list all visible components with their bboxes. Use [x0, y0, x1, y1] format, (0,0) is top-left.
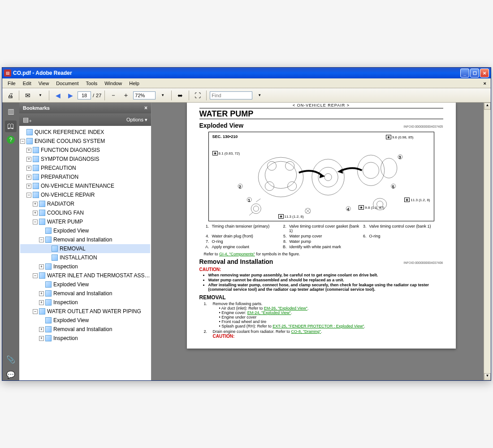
- options-dropdown[interactable]: Options ▾: [126, 117, 147, 123]
- minimize-button[interactable]: _: [460, 69, 469, 78]
- menu-window[interactable]: Window: [101, 80, 125, 87]
- maximize-button[interactable]: ☐: [470, 69, 479, 78]
- bookmark-item[interactable]: +Removal and Installation: [20, 289, 150, 298]
- expand-icon[interactable]: +: [39, 300, 44, 305]
- bookmark-item[interactable]: −ON-VEHICLE REPAIR: [20, 190, 150, 199]
- bookmark-item[interactable]: −Removal and Installation: [20, 235, 150, 244]
- zoom-in-button[interactable]: ＋: [121, 90, 131, 101]
- bookmark-item[interactable]: +RADIATOR: [20, 199, 150, 208]
- next-page-button[interactable]: ▶: [65, 90, 76, 101]
- dropdown-icon[interactable]: ▼: [254, 90, 265, 101]
- close-panel-button[interactable]: ×: [144, 105, 147, 111]
- step-number: 2.: [204, 329, 213, 339]
- expand-icon[interactable]: +: [33, 202, 38, 207]
- bookmark-item[interactable]: +PRECAUTION: [20, 164, 150, 172]
- menu-help[interactable]: Help: [125, 80, 143, 87]
- expand-icon[interactable]: +: [26, 148, 31, 153]
- page-number-input[interactable]: [78, 91, 91, 99]
- bookmark-item[interactable]: +SYMPTOM DIAGNOSIS: [20, 155, 150, 164]
- expand-icon[interactable]: +: [39, 336, 44, 341]
- fit-page-button[interactable]: ⛶: [192, 90, 203, 101]
- bookmark-item[interactable]: +ON-VEHICLE MAINTENANCE: [20, 181, 150, 190]
- print-button[interactable]: 🖨: [5, 90, 16, 101]
- reference-link[interactable]: GI-4, "Components": [219, 252, 255, 256]
- prev-page-button[interactable]: ◀: [52, 90, 63, 101]
- expand-icon[interactable]: −: [20, 139, 25, 144]
- bookmark-label: COOLING FAN: [47, 209, 84, 217]
- expand-icon[interactable]: +: [26, 166, 31, 171]
- bookmark-item[interactable]: +Inspection: [20, 262, 150, 271]
- titlebar[interactable]: ▤ CO.pdf - Adobe Reader _ ☐ ✕: [2, 68, 491, 78]
- sub-step: Splash guard (RH): Refer to EXT-25, "FEN…: [219, 324, 443, 328]
- find-input[interactable]: [210, 91, 252, 99]
- page-total: 27: [96, 93, 101, 98]
- expand-icon[interactable]: +: [39, 327, 44, 332]
- expand-icon[interactable]: −: [39, 237, 44, 242]
- expand-icon[interactable]: −: [33, 220, 38, 224]
- close-button[interactable]: ✕: [480, 69, 489, 78]
- svg-text:2: 2: [239, 185, 241, 189]
- infoid: INFOID:0000000004037406: [404, 261, 443, 264]
- bookmark-item[interactable]: +FUNCTION DIAGNOSIS: [20, 146, 150, 155]
- bookmark-item[interactable]: −WATER INLET AND THERMOSTAT ASSEMBLY: [20, 271, 150, 280]
- email-button[interactable]: ✉: [22, 90, 33, 101]
- menu-file[interactable]: File: [4, 80, 19, 87]
- scroll-up-button[interactable]: ▲: [484, 103, 491, 110]
- bookmark-icon: [39, 210, 45, 216]
- reference-link[interactable]: CO-8, "Draining": [291, 329, 321, 334]
- zoom-input[interactable]: [133, 91, 156, 99]
- dropdown-icon[interactable]: ▼: [35, 90, 46, 101]
- expand-icon[interactable]: +: [33, 211, 38, 215]
- help-icon[interactable]: ?: [7, 136, 15, 144]
- part-entry: 2.Valve timing control cover gasket (ban…: [281, 224, 361, 233]
- expand-icon[interactable]: −: [33, 309, 38, 314]
- expand-icon[interactable]: +: [26, 157, 31, 162]
- bookmark-item[interactable]: +COOLING FAN: [20, 208, 150, 217]
- bookmark-item[interactable]: +Removal and Installation: [20, 325, 150, 334]
- expand-icon[interactable]: +: [26, 184, 31, 189]
- zoom-out-button[interactable]: －: [108, 90, 119, 101]
- bookmark-item[interactable]: +Inspection: [20, 298, 150, 307]
- bookmark-icon: [45, 228, 52, 234]
- bookmark-item[interactable]: Exploded View: [20, 280, 150, 289]
- separator: [171, 90, 172, 100]
- scrollbar[interactable]: ▲ ▼: [484, 103, 491, 380]
- bookmark-item[interactable]: +Inspection: [20, 334, 150, 343]
- bookmark-item[interactable]: −ENGINE COOLING SYSTEM: [20, 137, 150, 146]
- fit-width-button[interactable]: ⬌: [175, 90, 186, 101]
- menu-edit[interactable]: Edit: [19, 80, 35, 87]
- expand-icon[interactable]: +: [26, 175, 31, 180]
- document-viewer[interactable]: < ON-VEHICLE REPAIR > WATER PUMP Explode…: [151, 103, 491, 380]
- separator: [206, 90, 207, 100]
- toolbar: 🖨 ✉ ▼ ◀ ▶ / 27 － ＋ ▼ ⬌ ⛶ ▼: [2, 88, 491, 103]
- reference-link[interactable]: EXT-25, "FENDER PROTECTOR : Exploded Vie…: [272, 324, 364, 328]
- expand-icon[interactable]: −: [26, 193, 31, 198]
- bookmark-item[interactable]: Exploded View: [20, 226, 150, 235]
- bookmark-item[interactable]: −WATER PUMP: [20, 217, 150, 226]
- reference-link[interactable]: EM-24, "Exploded View": [247, 310, 291, 315]
- expand-icon[interactable]: +: [39, 291, 44, 296]
- bookmark-label: Exploded View: [53, 227, 89, 235]
- bookmarks-icon[interactable]: 🕮: [5, 121, 17, 132]
- attachment-icon[interactable]: 📎: [5, 353, 17, 365]
- doc-close-button[interactable]: ×: [481, 81, 489, 86]
- dropdown-icon[interactable]: ▼: [157, 90, 168, 101]
- pages-icon[interactable]: ▥: [5, 105, 17, 117]
- bookmark-item[interactable]: −WATER OUTLET AND WATER PIPING: [20, 307, 150, 316]
- menu-tools[interactable]: Tools: [82, 80, 101, 87]
- bookmark-item[interactable]: INSTALLATION: [20, 253, 150, 262]
- comment-icon[interactable]: 💬: [5, 369, 17, 380]
- bookmark-item[interactable]: +PREPARATION: [20, 172, 150, 181]
- expand-icon[interactable]: −: [33, 273, 38, 278]
- menu-document[interactable]: Document: [52, 80, 82, 87]
- reference-link[interactable]: EM-26, "Exploded View": [264, 306, 307, 310]
- bookmark-icon: [39, 308, 45, 314]
- add-bookmark-icon[interactable]: ▤₊: [23, 116, 32, 123]
- bookmark-item[interactable]: REMOVAL: [20, 244, 150, 253]
- menu-view[interactable]: View: [35, 80, 53, 87]
- bookmark-item[interactable]: QUICK REFERENCE INDEX: [20, 128, 150, 137]
- scroll-down-button[interactable]: ▼: [484, 373, 491, 380]
- bookmarks-tree[interactable]: QUICK REFERENCE INDEX−ENGINE COOLING SYS…: [19, 126, 151, 380]
- bookmark-item[interactable]: Exploded View: [20, 316, 150, 325]
- expand-icon[interactable]: +: [39, 264, 44, 269]
